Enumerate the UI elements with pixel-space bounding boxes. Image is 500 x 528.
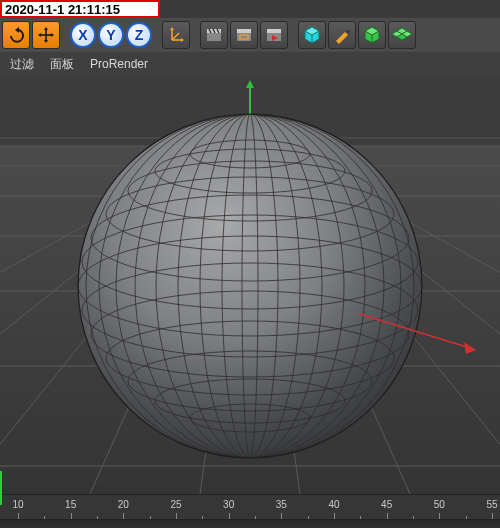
svg-line-4 xyxy=(172,33,179,40)
timeline-tick-label: 30 xyxy=(223,499,234,510)
coord-axes-icon xyxy=(167,26,185,44)
move-tool-button[interactable] xyxy=(32,21,60,49)
sphere-object xyxy=(78,114,422,458)
svg-rect-11 xyxy=(237,29,251,33)
add-primitive-button[interactable] xyxy=(298,21,326,49)
move-icon xyxy=(37,26,55,44)
timeline-ruler: 10152025303540455055 xyxy=(0,495,500,519)
cube-icon xyxy=(302,25,322,45)
coordinate-system-button[interactable] xyxy=(162,21,190,49)
timeline-tick-label: 10 xyxy=(12,499,23,510)
timeline-tick-label: 35 xyxy=(276,499,287,510)
main-toolbar: X Y Z xyxy=(0,18,500,52)
render-region-button[interactable] xyxy=(230,21,258,49)
add-spline-button[interactable] xyxy=(328,21,356,49)
undo-icon xyxy=(7,26,25,44)
undo-button[interactable] xyxy=(2,21,30,49)
timeline-tick-label: 55 xyxy=(486,499,497,510)
svg-rect-10 xyxy=(237,33,251,41)
timeline-tick-label: 50 xyxy=(434,499,445,510)
menu-panel[interactable]: 面板 xyxy=(50,56,74,73)
render-to-picture-button[interactable] xyxy=(260,21,288,49)
axis-y-button[interactable]: Y xyxy=(98,22,124,48)
timeline-tick-label: 20 xyxy=(118,499,129,510)
timeline-tick-label: 25 xyxy=(170,499,181,510)
timeline[interactable]: 10152025303540455055 xyxy=(0,494,500,528)
viewport-menubar: 过滤 面板 ProRender xyxy=(0,52,500,76)
timestamp-overlay: 2020-11-1 21:11:15 xyxy=(0,0,160,18)
menu-filter[interactable]: 过滤 xyxy=(10,56,34,73)
axis-x-button[interactable]: X xyxy=(70,22,96,48)
timeline-track[interactable] xyxy=(0,519,500,528)
menu-prorender[interactable]: ProRender xyxy=(90,57,148,71)
pen-icon xyxy=(333,26,351,44)
cube-green-icon xyxy=(362,25,382,45)
clapper-play-icon xyxy=(265,26,283,44)
viewport-3d[interactable] xyxy=(0,76,500,494)
timeline-tick-label: 40 xyxy=(328,499,339,510)
add-generator-button[interactable] xyxy=(358,21,386,49)
cubes-stack-icon xyxy=(391,25,413,45)
add-deformer-button[interactable] xyxy=(388,21,416,49)
timeline-playhead[interactable] xyxy=(0,471,2,505)
viewport-canvas xyxy=(0,76,500,494)
timeline-tick-label: 15 xyxy=(65,499,76,510)
axis-z-button[interactable]: Z xyxy=(126,22,152,48)
svg-rect-14 xyxy=(267,29,281,33)
clapper-region-icon xyxy=(235,26,253,44)
svg-rect-5 xyxy=(207,33,221,41)
clapper-icon xyxy=(205,26,223,44)
render-view-button[interactable] xyxy=(200,21,228,49)
timeline-tick-label: 45 xyxy=(381,499,392,510)
